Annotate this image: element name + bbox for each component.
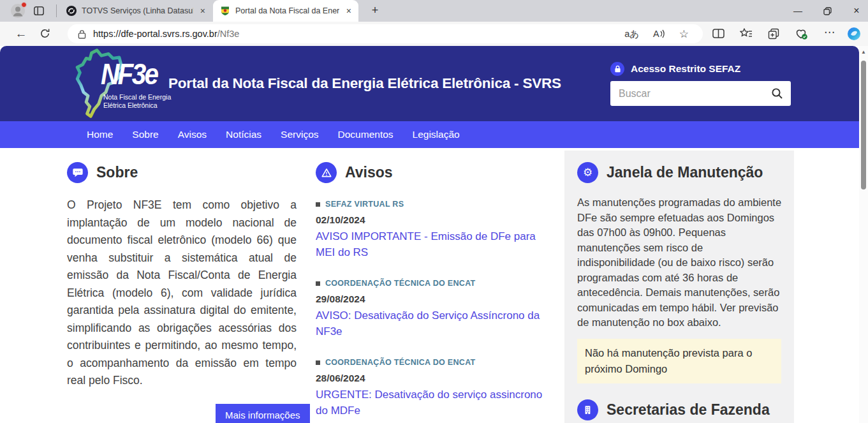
restricted-access-label: Acesso Restrito SEFAZ xyxy=(631,63,740,75)
main-navigation: Home Sobre Avisos Notícias Serviços Docu… xyxy=(0,121,859,148)
workspaces-button[interactable] xyxy=(33,5,45,19)
aviso-item: COORDENAÇÃO TÉCNICA DO ENCAT 28/06/2024 … xyxy=(316,358,557,419)
workspaces-icon xyxy=(33,5,45,17)
copilot-button[interactable] xyxy=(847,27,861,41)
url-path: /Nf3e xyxy=(217,29,240,39)
browser-toolbar: ← https://dfe-portal.svrs.rs.gov.br/Nf3e… xyxy=(0,22,868,46)
nav-item-legislacao[interactable]: Legislação xyxy=(413,129,460,140)
tab-totvs[interactable]: TOTVS Serviços (Linha Datasul) 06 × xyxy=(59,0,212,22)
read-aloud-icon[interactable]: A xyxy=(653,29,665,39)
square-bullet-icon xyxy=(316,202,320,207)
square-bullet-icon xyxy=(316,281,320,286)
square-bullet-icon xyxy=(316,360,320,365)
aviso-category: SEFAZ VIRTUAL RS xyxy=(316,200,557,209)
sobre-section: Sobre O Projeto NF3E tem como objetivo a… xyxy=(67,162,297,390)
page-scrollbar[interactable]: ▲ xyxy=(859,46,868,423)
nav-item-home[interactable]: Home xyxy=(87,129,113,140)
settings-more-button[interactable]: ⋯ xyxy=(824,26,835,39)
building-icon xyxy=(577,399,598,420)
aviso-date: 28/06/2024 xyxy=(316,373,557,384)
rs-coat-of-arms-favicon-icon xyxy=(220,6,230,16)
aviso-category: COORDENAÇÃO TÉCNICA DO ENCAT xyxy=(316,279,557,288)
lock-icon xyxy=(610,62,624,76)
notification-dot xyxy=(21,2,27,8)
favorite-star-icon[interactable]: ☆ xyxy=(679,27,689,41)
page-title: Portal da Nota Fiscal da Energia Elétric… xyxy=(168,75,561,92)
split-screen-icon xyxy=(712,28,725,39)
maintenance-paragraph: As manutenções programadas do ambiente D… xyxy=(577,195,783,330)
avisos-heading-label: Avisos xyxy=(345,164,393,181)
totvs-favicon-icon xyxy=(66,6,77,16)
favorites-star-lines-icon xyxy=(740,28,753,39)
maintenance-heading: ⚙ Janela de Manutenção xyxy=(577,162,781,183)
window-close-button[interactable]: × xyxy=(842,0,868,22)
search-input[interactable] xyxy=(610,88,771,100)
tab-divider xyxy=(56,4,57,17)
secretarias-heading: Secretarias de Fazenda xyxy=(577,399,781,420)
site-header: NF3e Nota Fiscal de Energia Elétrica Ele… xyxy=(0,46,859,121)
tab-close-icon[interactable]: × xyxy=(198,6,207,16)
maintenance-alert-box: Não há manutenção prevista para o próxim… xyxy=(577,339,781,383)
refresh-button[interactable] xyxy=(40,28,50,41)
tab-title: Portal da Nota Fiscal da Energia E xyxy=(235,6,339,15)
logo-wordmark[interactable]: NF3e xyxy=(101,56,158,91)
page-viewport: NF3e Nota Fiscal de Energia Elétrica Ele… xyxy=(0,46,859,423)
copilot-icon xyxy=(847,27,861,41)
nav-item-servicos[interactable]: Serviços xyxy=(281,129,318,140)
browser-essentials-button[interactable] xyxy=(795,28,808,40)
aviso-link[interactable]: URGENTE: Desativação do serviço assincro… xyxy=(316,387,557,419)
warning-triangle-icon xyxy=(316,162,337,183)
search-box xyxy=(610,81,791,106)
restore-icon xyxy=(823,7,832,15)
aviso-item: SEFAZ VIRTUAL RS 02/10/2024 AVISO IMPORT… xyxy=(316,200,557,260)
tab-portal-active[interactable]: Portal da Nota Fiscal da Energia E × xyxy=(213,0,358,22)
window-minimize-button[interactable]: — xyxy=(783,0,813,22)
address-bar[interactable]: https://dfe-portal.svrs.rs.gov.br/Nf3e a… xyxy=(68,24,703,43)
nav-item-documentos[interactable]: Documentos xyxy=(338,129,394,140)
back-button[interactable]: ← xyxy=(13,26,29,42)
browser-tab-strip: TOTVS Serviços (Linha Datasul) 06 × Port… xyxy=(0,0,868,22)
gear-icon: ⚙ xyxy=(577,162,598,183)
chat-bubble-icon xyxy=(67,162,88,183)
refresh-icon xyxy=(40,28,50,39)
logo-caption: Nota Fiscal de Energia Elétrica Eletrôni… xyxy=(103,93,171,110)
secretarias-heading-label: Secretarias de Fazenda xyxy=(607,401,770,419)
sobre-paragraph: O Projeto NF3E tem como objetivo a impla… xyxy=(67,197,297,390)
scrollbar-up-arrow[interactable]: ▲ xyxy=(861,49,866,55)
avisos-section: Avisos SEFAZ VIRTUAL RS 02/10/2024 AVISO… xyxy=(316,162,557,423)
sobre-heading-label: Sobre xyxy=(96,164,138,181)
window-restore-button[interactable] xyxy=(813,0,842,22)
aviso-link[interactable]: AVISO IMPORTANTE - Emissão de DFe para M… xyxy=(316,229,557,260)
scrollbar-thumb[interactable] xyxy=(861,61,866,189)
collections-button[interactable] xyxy=(768,28,779,40)
restricted-access-link[interactable]: Acesso Restrito SEFAZ xyxy=(610,62,740,76)
new-tab-button[interactable]: + xyxy=(367,3,383,19)
tab-title: TOTVS Serviços (Linha Datasul) 06 xyxy=(82,6,193,15)
aviso-category: COORDENAÇÃO TÉCNICA DO ENCAT xyxy=(316,358,557,367)
nav-item-noticias[interactable]: Notícias xyxy=(226,129,261,140)
split-screen-button[interactable] xyxy=(712,28,725,39)
site-security-lock-icon[interactable] xyxy=(78,29,86,39)
maintenance-heading-label: Janela de Manutenção xyxy=(607,164,763,181)
browser-profile-button[interactable] xyxy=(10,3,26,19)
sobre-heading: Sobre xyxy=(67,162,297,183)
content-area: Sobre O Projeto NF3E tem como objetivo a… xyxy=(0,148,859,423)
url-domain: https://dfe-portal.svrs.rs.gov.br xyxy=(93,29,217,39)
nav-item-avisos[interactable]: Avisos xyxy=(178,129,207,140)
more-info-button[interactable]: Mais informações xyxy=(216,404,310,423)
aviso-link[interactable]: AVISO: Desativação do Serviço Assíncrono… xyxy=(316,308,557,339)
nav-item-sobre[interactable]: Sobre xyxy=(132,129,158,140)
maintenance-sidebar: ⚙ Janela de Manutenção As manutenções pr… xyxy=(564,151,794,423)
favorites-button[interactable] xyxy=(740,28,753,39)
aviso-item: COORDENAÇÃO TÉCNICA DO ENCAT 29/08/2024 … xyxy=(316,279,557,339)
translate-icon[interactable]: aあ xyxy=(624,28,639,40)
url-text[interactable]: https://dfe-portal.svrs.rs.gov.br/Nf3e xyxy=(93,29,239,39)
avisos-list: SEFAZ VIRTUAL RS 02/10/2024 AVISO IMPORT… xyxy=(316,200,557,419)
aviso-date: 29/08/2024 xyxy=(316,293,557,305)
tab-close-icon[interactable]: × xyxy=(344,6,353,16)
essentials-heart-icon xyxy=(795,28,808,40)
aviso-date: 02/10/2024 xyxy=(316,214,557,226)
collections-icon xyxy=(768,28,779,40)
avisos-heading: Avisos xyxy=(316,162,557,183)
search-icon[interactable] xyxy=(771,87,783,100)
